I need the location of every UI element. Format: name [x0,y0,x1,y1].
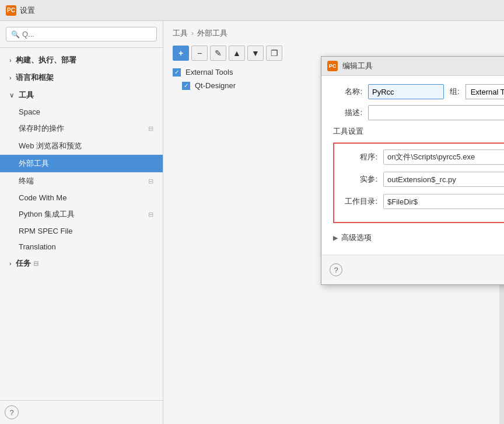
program-row: 程序: + 📁 [342,150,504,165]
sidebar-bottom: ? [0,400,163,424]
settings-window: PC 设置 🔍 › 构建、执行、部署 [0,0,504,424]
expand-icon: ⊟ [148,178,153,185]
args-row: 实参: + ⤢ [342,172,504,187]
sidebar-item-space[interactable]: Space [0,104,163,120]
sidebar: 🔍 › 构建、执行、部署 › 语言和框架 ∨ [0,21,163,424]
search-wrapper[interactable]: 🔍 [6,27,157,41]
workdir-input[interactable] [383,194,504,209]
app-icon: PC [6,5,16,16]
dialog-footer: ? 确定 取消 ↓ [321,255,504,284]
sidebar-nav: › 构建、执行、部署 › 语言和框架 ∨ 工具 Space [0,48,163,400]
content-area: 🔍 › 构建、执行、部署 › 语言和框架 ∨ [0,21,504,424]
desc-row: 描述: [333,105,504,120]
args-label: 实参: [342,174,377,185]
program-label: 程序: [342,152,377,162]
advanced-options-row[interactable]: ▶ 高级选项 [333,229,504,246]
edit-button[interactable]: ✎ [210,46,226,61]
title-bar: PC 设置 [0,0,504,21]
dialog-body: 名称: 组: External Tools 描述: 工具设置 [321,76,504,255]
add-button[interactable]: + [173,46,189,61]
expand-icon: ⊟ [148,125,153,133]
dialog-title: 编辑工具 [342,61,504,71]
sidebar-item-external-tools[interactable]: 外部工具 [0,155,163,172]
sidebar-section-task[interactable]: › 任务 ⊟ [0,255,163,272]
expand-icon: ⊟ [33,260,38,267]
search-icon: 🔍 [11,30,20,39]
right-panel: 工具 › 外部工具 + − ✎ ▲ ▼ ❐ ✓ External Tools [163,21,504,424]
breadcrumb-separator: › [191,29,194,37]
checkbox-external-tools[interactable]: ✓ [173,68,181,77]
workdir-row: 工作目录: + 📁 [342,194,504,209]
sidebar-item-save-action[interactable]: 保存时的操作 ⊟ [0,120,163,137]
sidebar-item-rpm-spec[interactable]: RPM SPEC File [0,223,163,239]
edit-tool-dialog: PC 编辑工具 ✕ 名称: 组: External Tools [321,56,504,285]
tool-settings-box: 程序: + 📁 实参: + ⤢ [333,143,504,223]
chevron-right-icon: › [9,260,12,267]
sidebar-section-language[interactable]: › 语言和框架 [0,69,163,86]
move-down-button[interactable]: ▼ [247,46,264,61]
tool-settings-title: 工具设置 [333,126,504,137]
sidebar-item-terminal[interactable]: 终端 ⊟ [0,172,163,190]
sidebar-section-tools[interactable]: ∨ 工具 [0,86,163,104]
breadcrumb: 工具 › 外部工具 [163,21,504,43]
sidebar-section-build[interactable]: › 构建、执行、部署 [0,51,163,69]
args-input[interactable] [383,172,504,187]
chevron-right-icon: ▶ [333,234,338,242]
advanced-options-label: 高级选项 [341,232,372,243]
sidebar-item-python-tools[interactable]: Python 集成工具 ⊟ [0,206,163,223]
move-up-button[interactable]: ▲ [229,46,245,61]
help-button[interactable]: ? [5,405,19,419]
name-label: 名称: [333,86,362,97]
chevron-right-icon: › [9,57,12,64]
workdir-label: 工作目录: [342,196,377,207]
name-group-row: 名称: 组: External Tools [333,84,504,99]
desc-input[interactable] [368,105,504,120]
sidebar-item-code-with-me[interactable]: Code With Me [0,190,163,206]
remove-button[interactable]: − [191,46,208,61]
expand-icon: ⊟ [148,211,153,218]
dialog-title-bar: PC 编辑工具 ✕ [321,57,504,76]
chevron-right-icon: › [9,74,12,81]
group-label: 组: [450,86,460,97]
checkbox-qt-designer[interactable]: ✓ [182,82,190,90]
window-title: 设置 [20,5,35,16]
dialog-help-button[interactable]: ? [330,263,342,276]
sidebar-item-translation[interactable]: Translation [0,239,163,255]
search-input[interactable] [22,30,152,39]
copy-button[interactable]: ❐ [266,46,282,61]
search-box: 🔍 [0,21,163,48]
desc-label: 描述: [333,107,362,118]
dialog-app-icon: PC [327,61,338,71]
program-input[interactable] [383,150,504,165]
sidebar-item-web-browser[interactable]: Web 浏览器和预览 [0,137,163,155]
chevron-down-icon: ∨ [9,92,14,99]
group-select[interactable]: External Tools [466,84,504,99]
name-input[interactable] [368,84,444,99]
